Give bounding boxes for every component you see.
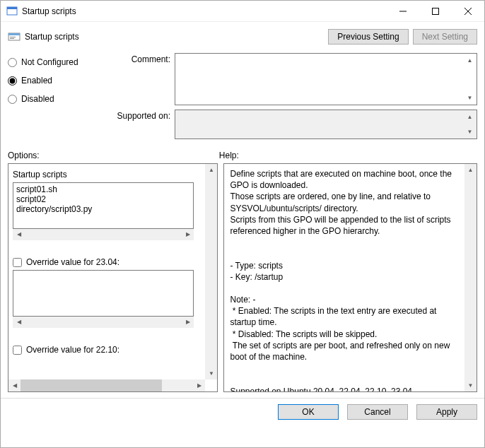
radio-disabled-label: Disabled xyxy=(21,94,54,104)
titlebar: Startup scripts xyxy=(1,1,484,22)
footer: OK Cancel Apply xyxy=(1,398,484,425)
comment-scrollbar[interactable]: ▲ ▼ xyxy=(464,54,476,104)
panels: Startup scripts script01.sh script02 dir… xyxy=(1,163,484,398)
scroll-up-icon: ▲ xyxy=(464,54,476,66)
scroll-up-icon: ▲ xyxy=(464,164,477,176)
options-hscrollbar[interactable]: ◀ ▶ xyxy=(8,379,205,391)
scroll-left-icon: ◀ xyxy=(13,228,25,240)
radio-not-configured-label: Not Configured xyxy=(21,57,78,67)
fields-column: Comment: ▲ ▼ Supported on: ▲ ▼ xyxy=(111,53,477,143)
override-2210-check[interactable]: Override value for 22.10: xyxy=(13,345,213,355)
comment-textarea[interactable]: ▲ ▼ xyxy=(175,53,477,105)
window-title: Startup scripts xyxy=(22,6,387,16)
help-text: Define scripts that are executed on mach… xyxy=(224,164,477,391)
radio-not-configured-input[interactable] xyxy=(8,58,17,67)
state-radios: Not Configured Enabled Disabled xyxy=(5,53,111,143)
override-2210-label: Override value for 22.10: xyxy=(26,345,119,355)
close-button[interactable] xyxy=(452,1,484,21)
comment-row: Comment: ▲ ▼ xyxy=(111,53,477,105)
supported-textarea: ▲ ▼ xyxy=(175,110,477,139)
scroll-left-icon: ◀ xyxy=(8,379,21,391)
radio-disabled[interactable]: Disabled xyxy=(8,94,111,104)
radio-not-configured[interactable]: Not Configured xyxy=(8,57,111,67)
subheader: Startup scripts Previous Setting Next Se… xyxy=(1,22,484,50)
scroll-right-icon: ▶ xyxy=(182,316,194,328)
override-2304-checkbox[interactable] xyxy=(13,258,22,267)
override-2304-label: Override value for 23.04: xyxy=(26,257,119,267)
ok-button[interactable]: OK xyxy=(278,404,339,420)
scripts-hscroll[interactable]: ◀ ▶ xyxy=(13,228,194,240)
app-icon xyxy=(6,6,18,17)
list-item[interactable]: directory/script03.py xyxy=(16,204,190,214)
dialog-window: Startup scripts Startup scripts Previous… xyxy=(0,0,485,448)
options-vscrollbar[interactable]: ▲ ▼ xyxy=(205,164,217,379)
radio-enabled-input[interactable] xyxy=(8,76,17,86)
scroll-up-icon: ▲ xyxy=(464,111,476,123)
radio-enabled-label: Enabled xyxy=(21,76,52,86)
scroll-right-icon: ▶ xyxy=(193,379,205,391)
page-title: Startup scripts xyxy=(25,32,328,42)
scripts-listbox[interactable]: script01.sh script02 directory/script03.… xyxy=(13,182,194,229)
comment-label: Comment: xyxy=(111,53,175,105)
supported-label: Supported on: xyxy=(111,110,175,139)
options-inner: Startup scripts script01.sh script02 dir… xyxy=(8,164,217,391)
scroll-down-icon: ▼ xyxy=(464,379,477,391)
svg-rect-1 xyxy=(7,7,17,9)
supported-row: Supported on: ▲ ▼ xyxy=(111,110,477,139)
scripts-block-title: Startup scripts xyxy=(13,170,213,179)
previous-setting-button[interactable]: Previous Setting xyxy=(328,29,408,45)
supported-scrollbar: ▲ ▼ xyxy=(464,111,476,138)
list-item[interactable]: script02 xyxy=(16,194,190,204)
radio-enabled[interactable]: Enabled xyxy=(8,76,111,86)
svg-rect-9 xyxy=(10,38,14,39)
scroll-up-icon: ▲ xyxy=(205,164,217,176)
scroll-down-icon: ▼ xyxy=(464,126,476,138)
panel-labels: Options: Help: xyxy=(1,143,484,163)
scroll-right-icon: ▶ xyxy=(182,228,194,240)
options-panel: Startup scripts script01.sh script02 dir… xyxy=(8,163,218,392)
scroll-down-icon: ▼ xyxy=(464,92,476,104)
override-2304-hscroll[interactable]: ◀ ▶ xyxy=(13,316,194,328)
window-controls xyxy=(387,1,484,21)
apply-button[interactable]: Apply xyxy=(416,404,477,420)
list-item[interactable]: script01.sh xyxy=(16,184,190,194)
svg-rect-8 xyxy=(10,37,16,37)
radio-disabled-input[interactable] xyxy=(8,95,17,104)
next-setting-button[interactable]: Next Setting xyxy=(413,29,477,45)
svg-rect-7 xyxy=(8,33,20,35)
scroll-down-icon: ▼ xyxy=(205,367,217,379)
help-vscrollbar[interactable]: ▲ ▼ xyxy=(464,164,477,391)
scroll-left-icon: ◀ xyxy=(13,316,25,328)
maximize-button[interactable] xyxy=(419,1,452,21)
upper-area: Not Configured Enabled Disabled Comment:… xyxy=(1,50,484,143)
help-label: Help: xyxy=(219,151,477,160)
override-2304-listbox[interactable] xyxy=(13,270,194,317)
override-2304-check[interactable]: Override value for 23.04: xyxy=(13,257,213,267)
svg-rect-3 xyxy=(433,8,439,14)
cancel-button[interactable]: Cancel xyxy=(347,404,408,420)
scrollbar-thumb[interactable] xyxy=(21,379,162,391)
policy-icon xyxy=(8,30,21,43)
override-2210-checkbox[interactable] xyxy=(13,346,22,355)
options-label: Options: xyxy=(8,151,219,160)
help-panel: Define scripts that are executed on mach… xyxy=(223,163,477,392)
minimize-button[interactable] xyxy=(387,1,419,21)
